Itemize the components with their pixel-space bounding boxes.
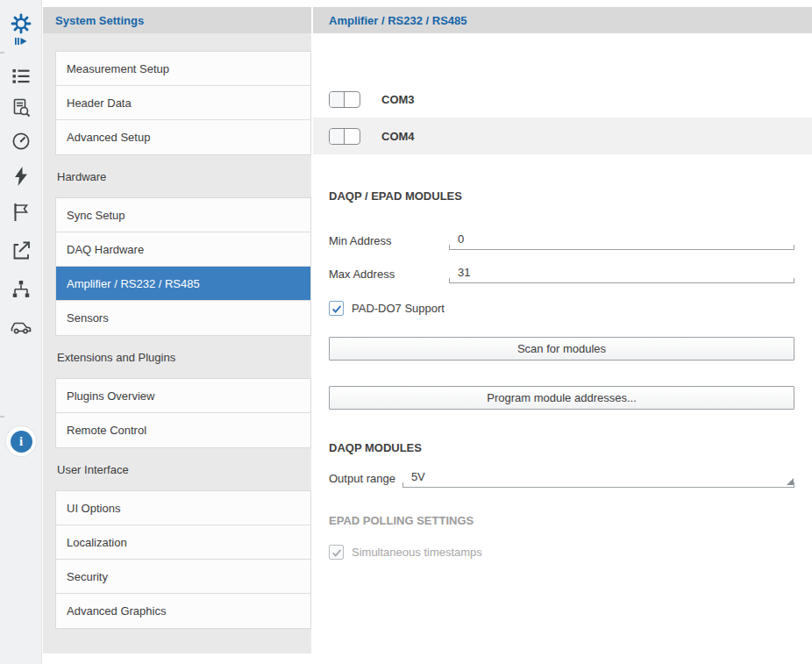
com4-label: COM4 [381, 130, 415, 143]
sidebar-item-localization[interactable]: Localization [56, 525, 310, 560]
min-address-value: 0 [458, 232, 464, 246]
max-address-value: 31 [458, 266, 470, 279]
sidebar-group-extensions: Plugins Overview Remote Control [55, 378, 311, 448]
scan-for-modules-button[interactable]: Scan for modules [329, 337, 794, 361]
simultaneous-timestamps-label: Simultaneous timestamps [352, 546, 482, 559]
channel-list-icon[interactable] [0, 63, 42, 89]
sidebar-item-sensors[interactable]: Sensors [56, 301, 310, 335]
sidebar-item-sync-setup[interactable]: Sync Setup [56, 198, 310, 232]
page-title: Amplifier / RS232 / RS485 [329, 14, 467, 27]
sidebar-section-hardware: Hardware [43, 155, 311, 197]
output-range-label: Output range [329, 472, 395, 488]
dropdown-grip-icon [787, 478, 794, 485]
simultaneous-timestamps-checkbox [329, 545, 344, 560]
sidebar-item-amplifier-rs232-rs485[interactable]: Amplifier / RS232 / RS485 [56, 267, 310, 301]
sidebar-item-ui-options[interactable]: UI Options [56, 491, 310, 525]
settings-sidebar: System Settings Measurement Setup Header… [43, 7, 311, 653]
com3-toggle[interactable] [329, 91, 360, 108]
com4-row: COM4 [313, 118, 812, 154]
settings-gear-icon[interactable] [0, 11, 42, 37]
output-range-row: Output range 5V [313, 468, 812, 488]
toggle-knob [330, 129, 345, 144]
collapse-rail-icon[interactable] [0, 35, 42, 47]
com4-toggle[interactable] [329, 128, 360, 145]
min-address-label: Min Address [329, 234, 449, 250]
pad-do7-label: PAD-DO7 Support [352, 302, 445, 315]
output-range-dropdown[interactable]: 5V [402, 470, 794, 488]
sidebar-item-header-data[interactable]: Header Data [56, 86, 310, 120]
rail-divider [0, 52, 4, 54]
main-body: COM3 COM4 DAQP / EPAD MODULES Min Addres… [313, 33, 812, 664]
sidebar-group-general: Measurement Setup Header Data Advanced S… [55, 51, 311, 155]
max-address-label: Max Address [329, 268, 449, 283]
export-icon[interactable] [0, 237, 42, 263]
output-range-value: 5V [411, 470, 425, 483]
sidebar-list: Measurement Setup Header Data Advanced S… [43, 33, 311, 629]
network-tree-icon[interactable] [0, 276, 42, 303]
main-header: Amplifier / RS232 / RS485 [313, 7, 812, 33]
info-icon[interactable]: i [0, 426, 42, 456]
toggle-knob [330, 92, 345, 107]
sidebar-item-security[interactable]: Security [56, 560, 310, 594]
com3-row: COM3 [313, 81, 812, 118]
sidebar-section-extensions: Extensions and Plugins [43, 336, 311, 378]
vehicle-icon[interactable] [0, 314, 42, 340]
flag-icon[interactable] [0, 199, 42, 225]
sidebar-header: System Settings [43, 7, 311, 33]
sidebar-item-measurement-setup[interactable]: Measurement Setup [56, 52, 310, 86]
measure-gauge-icon[interactable] [0, 128, 42, 154]
epad-polling-settings-heading: EPAD POLLING SETTINGS [313, 514, 812, 527]
program-module-addresses-button[interactable]: Program module addresses... [329, 386, 794, 410]
sidebar-item-daq-hardware[interactable]: DAQ Hardware [56, 232, 310, 267]
min-address-row: Min Address 0 [313, 231, 812, 250]
daqp-epad-modules-heading: DAQP / EPAD MODULES [313, 189, 812, 203]
max-address-row: Max Address 31 [313, 264, 812, 283]
com3-label: COM3 [381, 93, 415, 106]
sidebar-title: System Settings [55, 14, 144, 27]
max-address-input[interactable]: 31 [449, 266, 794, 283]
report-icon[interactable] [0, 95, 42, 121]
sidebar-group-hardware: Sync Setup DAQ Hardware Amplifier / RS23… [55, 197, 311, 336]
sidebar-group-user-interface: UI Options Localization Security Advance… [55, 490, 311, 629]
icon-rail: i [0, 0, 42, 664]
settings-main-panel: Amplifier / RS232 / RS485 COM3 COM4 DAQP… [313, 0, 812, 664]
info-icon-glyph: i [11, 431, 32, 453]
program-button-wrap: Program module addresses... [313, 386, 812, 410]
simultaneous-timestamps-row: Simultaneous timestamps [313, 545, 812, 560]
live-bolt-icon[interactable] [0, 163, 42, 189]
sidebar-item-advanced-setup[interactable]: Advanced Setup [56, 120, 310, 154]
info-icon-tab: i [6, 426, 36, 456]
rail-divider [0, 416, 4, 418]
min-address-input[interactable]: 0 [449, 232, 794, 250]
sidebar-item-advanced-graphics[interactable]: Advanced Graphics [56, 594, 310, 628]
settings-window: i System Settings Measurement Setup Head… [0, 0, 812, 664]
pad-do7-checkbox[interactable] [329, 301, 344, 316]
sidebar-item-plugins-overview[interactable]: Plugins Overview [56, 379, 310, 413]
scan-button-wrap: Scan for modules [313, 337, 812, 361]
daqp-modules-heading: DAQP MODULES [313, 441, 812, 454]
pad-do7-support-row: PAD-DO7 Support [313, 301, 812, 316]
sidebar-item-remote-control[interactable]: Remote Control [56, 413, 310, 447]
sidebar-section-user-interface: User Interface [43, 448, 311, 490]
